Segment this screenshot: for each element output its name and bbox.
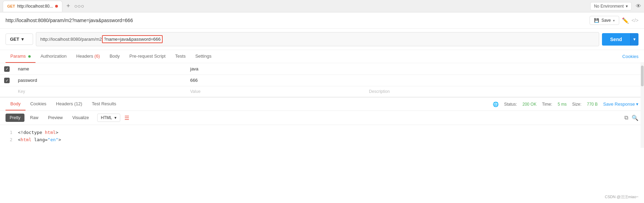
send-button[interactable]: Send bbox=[602, 33, 630, 46]
line-number-1: 1 bbox=[6, 129, 12, 136]
response-tab-test-results[interactable]: Test Results bbox=[87, 98, 121, 110]
response-status-bar: 🌐 Status: 200 OK Time: 5 ms Size: 770 B … bbox=[493, 102, 638, 107]
tab-params[interactable]: Params bbox=[6, 50, 35, 63]
tab-body[interactable]: Body bbox=[105, 50, 125, 63]
param-row-name: ✓ name java bbox=[0, 63, 644, 75]
send-button-container: Send ▾ bbox=[602, 33, 638, 46]
tab-headers-count: (6) bbox=[94, 54, 100, 59]
time-label: Time: bbox=[542, 102, 552, 107]
tab-tests-label: Tests bbox=[175, 54, 185, 59]
eye-icon[interactable]: 👁 bbox=[636, 3, 641, 9]
size-value: 770 B bbox=[587, 102, 597, 107]
wrap-lines-icon[interactable]: ☰ bbox=[124, 115, 129, 121]
format-type-label: HTML bbox=[101, 115, 112, 120]
url-input[interactable]: http://localhost:8080/param/m2 ?name=jav… bbox=[36, 32, 599, 46]
tab-headers[interactable]: Headers (6) bbox=[71, 50, 105, 63]
tab-tests[interactable]: Tests bbox=[170, 50, 190, 63]
param-password-desc[interactable] bbox=[365, 75, 644, 86]
params-dot bbox=[28, 55, 31, 58]
cookies-link[interactable]: Cookies bbox=[622, 54, 638, 59]
tab-settings[interactable]: Settings bbox=[191, 50, 216, 63]
param-name-checkbox[interactable]: ✓ bbox=[4, 66, 10, 72]
param-password-value[interactable]: 666 bbox=[186, 75, 365, 86]
save-button[interactable]: 💾 Save ▾ bbox=[590, 16, 619, 25]
tab-authorization-label: Authorization bbox=[40, 54, 67, 59]
param-password-checkbox[interactable]: ✓ bbox=[4, 78, 10, 83]
format-tab-visualize[interactable]: Visualize bbox=[68, 114, 93, 122]
status-label: Status: bbox=[504, 102, 517, 107]
time-value: 5 ms bbox=[558, 102, 567, 107]
format-type-selector[interactable]: HTML ▾ bbox=[97, 114, 120, 122]
method-chevron-icon: ▾ bbox=[21, 37, 24, 42]
param-value-placeholder[interactable]: Value bbox=[186, 86, 365, 97]
param-key-placeholder[interactable]: Key bbox=[14, 86, 186, 97]
param-name-desc[interactable] bbox=[365, 63, 644, 75]
scrollbar[interactable] bbox=[641, 62, 644, 148]
param-desc-placeholder[interactable]: Description bbox=[365, 86, 644, 97]
method-label: GET bbox=[10, 37, 19, 42]
url-params-highlighted: ?name=java&password=666 bbox=[102, 35, 163, 43]
tab-pre-request[interactable]: Pre-request Script bbox=[125, 50, 171, 63]
tab-pre-request-label: Pre-request Script bbox=[130, 54, 166, 59]
environment-selector[interactable]: No Environment ▾ bbox=[590, 2, 632, 10]
response-tab-cookies[interactable]: Cookies bbox=[25, 98, 51, 110]
param-placeholder-row: Key Value Description bbox=[0, 86, 644, 97]
param-row-password: ✓ password 666 bbox=[0, 75, 644, 86]
tab-authorization[interactable]: Authorization bbox=[35, 50, 71, 63]
save-response-button[interactable]: Save Response ▾ bbox=[603, 102, 638, 107]
code-line-2: 2 <html lang="en"> bbox=[6, 136, 638, 144]
code-text-1: <!doctype html> bbox=[18, 129, 58, 136]
save-chevron-icon: ▾ bbox=[613, 19, 615, 22]
request-line: GET ▾ http://localhost:8080/param/m2 ?na… bbox=[0, 29, 644, 50]
response-tabs: Body Cookies Headers (12) Test Results 🌐… bbox=[0, 98, 644, 111]
format-tab-raw[interactable]: Raw bbox=[26, 114, 42, 122]
response-tab-body[interactable]: Body bbox=[6, 98, 25, 110]
line-number-2: 2 bbox=[6, 136, 12, 144]
tab-body-label: Body bbox=[110, 54, 120, 59]
search-icon[interactable]: 🔍 bbox=[632, 115, 638, 121]
response-section: Body Cookies Headers (12) Test Results 🌐… bbox=[0, 97, 644, 148]
param-name-key[interactable]: name bbox=[14, 63, 186, 75]
globe-icon: 🌐 bbox=[493, 102, 499, 107]
copy-icon[interactable]: ⧉ bbox=[624, 115, 628, 121]
tab-url: http://localhost:80... bbox=[17, 4, 53, 9]
status-value: 200 OK bbox=[522, 102, 536, 107]
response-tab-headers[interactable]: Headers (12) bbox=[51, 98, 87, 110]
tab-headers-label: Headers bbox=[76, 54, 94, 59]
browser-tab[interactable]: GET http://localhost:80... bbox=[3, 1, 62, 12]
code-area: 1 <!doctype html> 2 <html lang="en"> bbox=[0, 125, 644, 148]
size-label: Size: bbox=[572, 102, 582, 107]
tab-params-label: Params bbox=[10, 54, 26, 59]
format-tabs-row: Pretty Raw Preview Visualize HTML ▾ ☰ ⧉ … bbox=[0, 111, 644, 125]
send-chevron-icon: ▾ bbox=[633, 37, 636, 42]
code-line-1: 1 <!doctype html> bbox=[6, 129, 638, 136]
code-icon[interactable]: </> bbox=[632, 18, 638, 23]
edit-icon[interactable]: ✏️ bbox=[622, 17, 629, 24]
param-name-value[interactable]: java bbox=[186, 63, 365, 75]
new-tab-button[interactable]: + bbox=[64, 2, 73, 10]
code-text-2: <html lang="en"> bbox=[18, 136, 61, 144]
save-label: Save bbox=[601, 18, 611, 23]
tab-settings-label: Settings bbox=[195, 54, 212, 59]
env-label: No Environment bbox=[594, 4, 624, 9]
params-table-container: ✓ name java ✓ bbox=[0, 63, 644, 97]
url-prefix: http://localhost:8080/param/m2 bbox=[40, 37, 102, 42]
tab-method: GET bbox=[7, 4, 15, 8]
format-tab-pretty[interactable]: Pretty bbox=[6, 114, 24, 122]
format-tab-preview[interactable]: Preview bbox=[44, 114, 67, 122]
tab-dot bbox=[55, 5, 58, 8]
url-title: http://localhost:8080/param/m2?name=java… bbox=[6, 18, 133, 23]
url-title-bar: http://localhost:8080/param/m2?name=java… bbox=[0, 12, 644, 29]
format-chevron-icon: ▾ bbox=[114, 115, 116, 120]
response-headers-count: (12) bbox=[74, 101, 82, 106]
more-tabs-button[interactable]: ○○○ bbox=[74, 3, 84, 9]
request-tabs: Params Authorization Headers (6) Body Pr… bbox=[0, 50, 644, 63]
save-disk-icon: 💾 bbox=[594, 18, 599, 23]
param-password-key[interactable]: password bbox=[14, 75, 186, 86]
env-chevron-icon: ▾ bbox=[626, 4, 628, 9]
send-dropdown-button[interactable]: ▾ bbox=[630, 33, 638, 46]
method-selector[interactable]: GET ▾ bbox=[6, 33, 33, 45]
scrollbar-thumb[interactable] bbox=[641, 66, 644, 86]
